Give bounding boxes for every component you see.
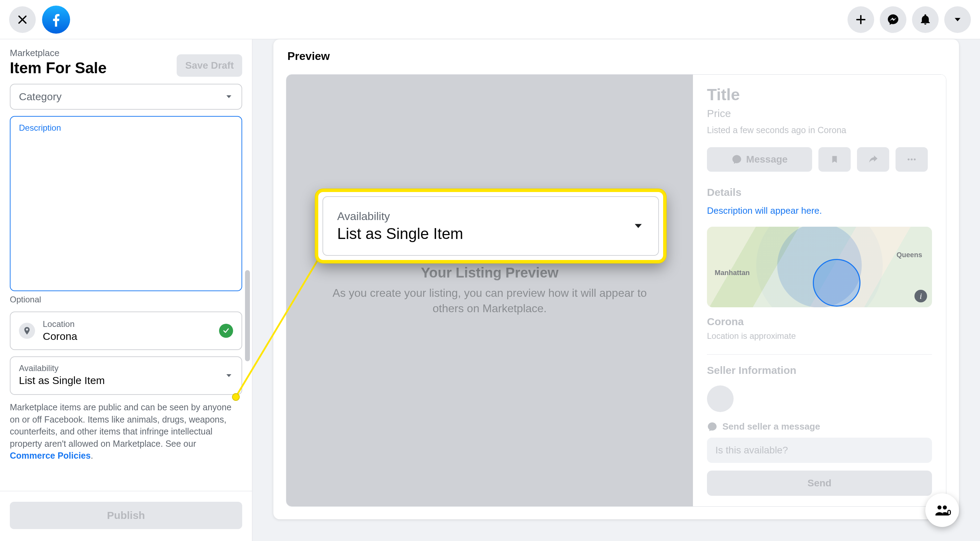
share-icon <box>868 154 878 165</box>
preview-heading: Preview <box>287 50 330 63</box>
caret-down-icon <box>632 220 644 232</box>
location-input[interactable]: Location Corona <box>10 311 242 350</box>
messenger-icon <box>732 154 742 165</box>
commerce-policies-link[interactable]: Commerce Policies <box>10 451 91 460</box>
location-value: Corona <box>43 330 77 342</box>
send-message-button[interactable]: Send <box>707 471 932 496</box>
message-seller-label: Send seller a message <box>707 421 932 432</box>
messenger-button[interactable] <box>880 6 907 33</box>
save-draft-button[interactable]: Save Draft <box>177 54 242 77</box>
category-label: Category <box>19 91 62 103</box>
publish-button[interactable]: Publish <box>10 502 242 529</box>
map-location-name: Corona <box>707 316 932 328</box>
more-icon <box>907 154 917 165</box>
seller-avatar[interactable] <box>707 386 733 412</box>
category-select[interactable]: Category <box>10 84 242 109</box>
map-label-right: Queens <box>897 251 922 259</box>
check-icon <box>222 327 230 335</box>
svg-point-2 <box>914 159 916 160</box>
message-seller-section: Send seller a message Is this available?… <box>707 421 932 496</box>
account-menu-button[interactable] <box>944 6 971 33</box>
details-heading: Details <box>707 186 932 198</box>
preview-side-panel: Title Price Listed a few seconds ago in … <box>693 75 946 506</box>
listing-price: Price <box>707 108 932 119</box>
sidebar: Marketplace Item For Sale Save Draft Cat… <box>0 39 252 541</box>
map-label-left: Manhattan <box>715 269 750 277</box>
availability-callout: Availability List as Single Item <box>315 189 666 263</box>
svg-point-0 <box>908 159 910 160</box>
optional-hint: Optional <box>10 295 242 305</box>
description-input[interactable]: Description <box>10 116 242 291</box>
save-listing-button[interactable] <box>818 147 851 172</box>
listing-title: Title <box>707 85 932 104</box>
availability-select[interactable]: Availability List as Single Item <box>10 356 242 395</box>
sidebar-scroll: Category Description Optional Location C… <box>0 81 252 491</box>
facebook-f-icon <box>48 11 65 28</box>
location-map[interactable]: Manhattan Queens i <box>707 227 932 307</box>
message-button-label: Message <box>746 154 788 165</box>
callout-value: List as Single Item <box>337 225 644 243</box>
scrollbar-thumb[interactable] <box>245 270 250 361</box>
message-button[interactable]: Message <box>707 147 812 172</box>
map-location-sub: Location is approximate <box>707 331 932 341</box>
bookmark-icon <box>830 155 839 164</box>
share-listing-button[interactable] <box>857 147 889 172</box>
disclaimer-tail: . <box>91 451 93 460</box>
plus-icon <box>855 14 867 25</box>
group-video-chat-button[interactable]: 0 <box>925 493 959 527</box>
chevron-down-icon <box>225 92 233 101</box>
callout-anchor-dot <box>232 393 240 401</box>
seller-row <box>707 386 932 412</box>
topbar <box>0 0 980 39</box>
seller-info-heading: Seller Information <box>707 364 932 376</box>
location-label: Location <box>43 319 77 329</box>
location-pin-icon <box>19 323 35 339</box>
group-count-badge: 0 <box>947 508 951 517</box>
main: Preview Your Listing Preview As you crea… <box>252 39 980 541</box>
preview-placeholder-body: As you create your listing, you can prev… <box>318 286 662 316</box>
bell-icon <box>920 14 931 25</box>
availability-value: List as Single Item <box>19 374 233 387</box>
more-options-button[interactable] <box>896 147 928 172</box>
close-button[interactable] <box>9 6 36 33</box>
disclaimer-body: Marketplace items are public and can be … <box>10 402 231 449</box>
availability-label: Availability <box>19 363 233 373</box>
topbar-right <box>848 6 971 33</box>
preview-placeholder-title: Your Listing Preview <box>318 265 662 281</box>
message-seller-input[interactable]: Is this available? <box>707 438 932 463</box>
preview-image-placeholder: Your Listing Preview As you create your … <box>286 75 693 506</box>
listing-actions: Message <box>707 147 932 172</box>
notifications-button[interactable] <box>912 6 939 33</box>
caret-down-icon <box>953 15 963 25</box>
messenger-icon <box>887 13 899 26</box>
description-label: Description <box>19 123 233 133</box>
preview-inner: Your Listing Preview As you create your … <box>286 74 947 507</box>
message-seller-placeholder: Is this available? <box>715 445 788 456</box>
topbar-left <box>9 6 70 33</box>
messenger-icon <box>707 422 718 432</box>
map-info-button[interactable]: i <box>915 290 927 302</box>
page-title: Item For Sale <box>10 59 107 77</box>
svg-point-1 <box>911 159 913 160</box>
message-seller-label-text: Send seller a message <box>722 421 820 432</box>
disclaimer-text: Marketplace items are public and can be … <box>10 401 242 462</box>
sidebar-footer: Publish <box>0 491 252 541</box>
listing-meta: Listed a few seconds ago in Corona <box>707 125 932 135</box>
close-icon <box>16 14 29 25</box>
facebook-logo[interactable] <box>42 6 70 33</box>
sidebar-header: Marketplace Item For Sale Save Draft <box>0 39 252 81</box>
callout-label: Availability <box>337 210 644 223</box>
breadcrumb[interactable]: Marketplace <box>10 48 107 59</box>
description-hint: Description will appear here. <box>707 205 932 216</box>
location-valid-check <box>219 324 233 338</box>
divider <box>707 354 932 355</box>
chevron-down-icon <box>225 371 233 380</box>
create-button[interactable] <box>848 6 874 33</box>
preview-card: Preview Your Listing Preview As you crea… <box>274 39 959 519</box>
